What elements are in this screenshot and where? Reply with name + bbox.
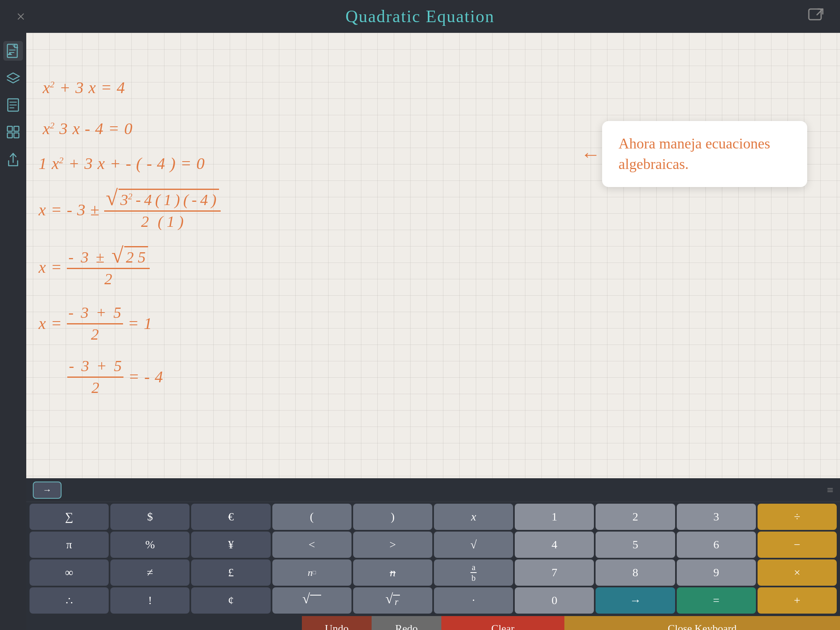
- header: × Quadratic Equation: [0, 0, 840, 33]
- key-0[interactable]: 0: [515, 587, 594, 614]
- key-yen[interactable]: ¥: [191, 532, 270, 558]
- key-multiply[interactable]: ×: [758, 559, 837, 586]
- key-8[interactable]: 8: [596, 559, 675, 586]
- key-pound[interactable]: £: [191, 559, 270, 586]
- sidebar-icon-layers[interactable]: [3, 68, 23, 88]
- key-greater-than[interactable]: >: [353, 532, 432, 558]
- equation-7: - 3 + 5 2 = - 4: [67, 357, 163, 397]
- tooltip-bubble: ← Ahora maneja ecuaciones algebraicas.: [602, 121, 807, 187]
- key-9[interactable]: 9: [677, 559, 756, 586]
- key-superscript[interactable]: n□: [272, 559, 352, 586]
- svg-rect-2: [7, 44, 17, 57]
- key-plus[interactable]: +: [758, 587, 837, 614]
- math-display-area[interactable]: x2 + 3 x = 4 x2 3 x - 4 = 0 1 x2 + 3 x +…: [26, 33, 840, 478]
- key-x-var[interactable]: x: [434, 504, 513, 530]
- key-dollar[interactable]: $: [110, 504, 189, 530]
- key-cent[interactable]: ¢: [191, 587, 270, 614]
- key-arrow-right[interactable]: →: [596, 587, 675, 614]
- key-exclamation[interactable]: !: [110, 587, 189, 614]
- equation-2: x2 3 x - 4 = 0: [43, 119, 132, 138]
- bottom-bar: Undo Redo Clear Close Keyboard: [26, 616, 840, 630]
- key-row-1: ∑ $ € ( ) x 1 2 3 ÷: [30, 504, 837, 530]
- key-divide[interactable]: ÷: [758, 504, 837, 530]
- key-row-4: ∴ ! ¢ √ √ r · 0 → =: [30, 587, 837, 614]
- key-row-3: ∞ ≠ £ n□ n a b 7 8 9 ×: [30, 559, 837, 586]
- keyboard-tab-arrow: →: [43, 485, 52, 495]
- key-close-paren[interactable]: ): [353, 504, 432, 530]
- key-open-paren[interactable]: (: [272, 504, 352, 530]
- equation-6: x = - 3 + 5 2 = 1: [39, 304, 152, 343]
- equation-4: x = - 3 ± √ 32 - 4 ( 1: [39, 189, 221, 231]
- undo-button[interactable]: Undo: [302, 616, 372, 630]
- key-sigma[interactable]: ∑: [30, 504, 109, 530]
- sidebar: [0, 33, 26, 630]
- svg-rect-11: [7, 126, 12, 131]
- key-sqrt[interactable]: √: [434, 532, 513, 558]
- equation-1: x2 + 3 x = 4: [43, 78, 125, 97]
- close-button[interactable]: ×: [16, 9, 25, 24]
- equation-5: x = - 3 ± √ 2 5: [39, 246, 150, 288]
- key-equals[interactable]: =: [677, 587, 756, 614]
- keyboard-topbar: → ≡: [26, 478, 840, 502]
- expand-button[interactable]: [808, 8, 824, 25]
- keyboard-area: → ≡ ∑ $ € ( ) x 1 2 3 ÷ π % ¥: [26, 478, 840, 630]
- sidebar-icon-share[interactable]: [3, 149, 23, 169]
- keyboard-tab-active[interactable]: →: [33, 482, 62, 499]
- key-fraction[interactable]: a b: [434, 559, 513, 586]
- main-content: x2 + 3 x = 4 x2 3 x - 4 = 0 1 x2 + 3 x +…: [26, 33, 840, 630]
- key-pi[interactable]: π: [30, 532, 109, 558]
- key-rows: ∑ $ € ( ) x 1 2 3 ÷ π % ¥ < > √ 4 5: [26, 502, 840, 615]
- close-keyboard-button[interactable]: Close Keyboard: [564, 616, 840, 630]
- keyboard-menu-button[interactable]: ≡: [827, 484, 833, 497]
- sidebar-icon-grid[interactable]: [3, 122, 23, 142]
- key-infinity[interactable]: ∞: [30, 559, 109, 586]
- svg-rect-14: [14, 133, 19, 138]
- key-therefore[interactable]: ∴: [30, 587, 109, 614]
- redo-button[interactable]: Redo: [372, 616, 441, 630]
- key-sqrt-line[interactable]: √: [272, 587, 352, 614]
- clear-button[interactable]: Clear: [441, 616, 564, 630]
- key-3[interactable]: 3: [677, 504, 756, 530]
- key-5[interactable]: 5: [596, 532, 675, 558]
- tooltip-text: Ahora maneja ecuaciones algebraicas.: [619, 135, 770, 172]
- svg-rect-0: [809, 9, 821, 20]
- key-sqrt-r[interactable]: √ r: [353, 587, 432, 614]
- key-percent[interactable]: %: [110, 532, 189, 558]
- key-less-than[interactable]: <: [272, 532, 352, 558]
- key-7[interactable]: 7: [515, 559, 594, 586]
- equation-3: 1 x2 + 3 x + - ( - 4 ) = 0: [39, 154, 205, 173]
- svg-line-1: [817, 9, 823, 15]
- key-minus[interactable]: −: [758, 532, 837, 558]
- key-2[interactable]: 2: [596, 504, 675, 530]
- sidebar-icon-document[interactable]: [3, 95, 23, 115]
- key-row-2: π % ¥ < > √ 4 5 6 −: [30, 532, 837, 558]
- key-euro[interactable]: €: [191, 504, 270, 530]
- svg-rect-12: [14, 126, 19, 131]
- sidebar-icon-page[interactable]: [3, 41, 23, 61]
- key-6[interactable]: 6: [677, 532, 756, 558]
- key-dot[interactable]: ·: [434, 587, 513, 614]
- page-title: Quadratic Equation: [345, 7, 495, 26]
- key-1[interactable]: 1: [515, 504, 594, 530]
- key-strikethrough-n[interactable]: n: [353, 559, 432, 586]
- tooltip-arrow: ←: [581, 143, 600, 165]
- key-4[interactable]: 4: [515, 532, 594, 558]
- bottom-bar-spacer: [26, 616, 302, 630]
- svg-rect-13: [7, 133, 12, 138]
- key-not-equal[interactable]: ≠: [110, 559, 189, 586]
